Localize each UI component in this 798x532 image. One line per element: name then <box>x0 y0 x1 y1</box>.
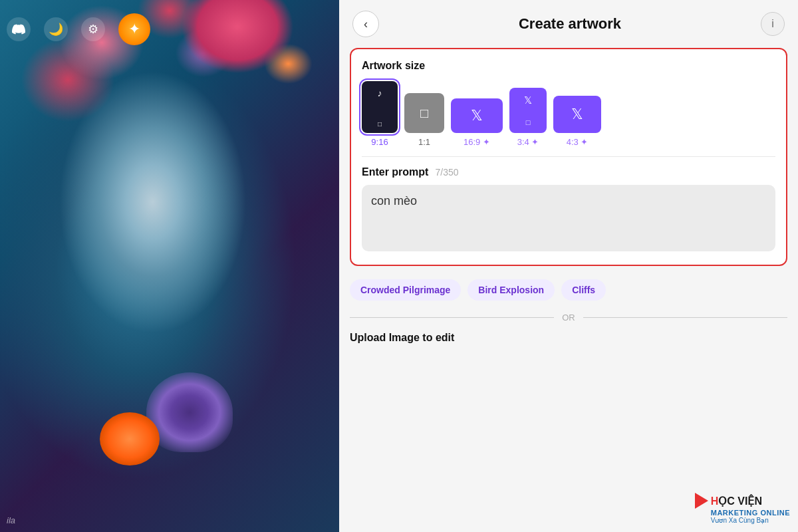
brand-watermark: HỌC VIỆN MARKETING ONLINE Vươn Xa Cùng B… <box>695 493 790 524</box>
sparkle-icon[interactable]: ✦ <box>118 13 150 45</box>
twitter-icon-43: 𝕏 <box>571 106 583 123</box>
flowers-decoration <box>0 0 339 532</box>
size-thumb-34: 𝕏 □ <box>509 88 547 133</box>
artwork-section-box: Artwork size ♪ □ 9:16 □ 1:1 <box>350 48 787 266</box>
main-content: Artwork size ♪ □ 9:16 □ 1:1 <box>339 48 798 532</box>
page-title: Create artwork <box>387 15 753 33</box>
twitter-icon-34-top: 𝕏 <box>524 94 532 106</box>
style-chips: Crowded Pilgrimage Bird Explosion Cliffs <box>350 277 787 303</box>
artwork-size-label: Artwork size <box>362 60 775 72</box>
orange-flower <box>100 412 160 466</box>
or-text: OR <box>562 313 575 323</box>
size-options: ♪ □ 9:16 □ 1:1 𝕏 16:9 <box>362 81 775 147</box>
size-label-43: 4:3 ✦ <box>567 137 589 147</box>
square-icon: □ <box>420 106 428 121</box>
prompt-label-row: Enter prompt 7/350 <box>362 166 775 178</box>
brand-name: HỌC VIỆN <box>711 495 762 507</box>
left-panel: 🌙 ⚙ ✦ ila <box>0 0 339 532</box>
discord-icon[interactable] <box>7 17 31 41</box>
size-thumb-916: ♪ □ <box>362 81 398 133</box>
style-chip-0[interactable]: Crowded Pilgrimage <box>350 279 461 301</box>
brand-top-row: HỌC VIỆN <box>695 493 762 509</box>
size-option-169[interactable]: 𝕏 16:9 ✦ <box>451 98 503 147</box>
brand-tagline: Vươn Xa Cùng Bạn <box>695 517 769 524</box>
header: ‹ Create artwork i <box>339 0 798 48</box>
info-button[interactable]: i <box>761 12 785 36</box>
gear-icon[interactable]: ⚙ <box>81 17 105 41</box>
back-button[interactable]: ‹ <box>352 11 379 37</box>
or-divider: OR <box>350 313 787 323</box>
right-panel: ‹ Create artwork i Artwork size ♪ □ 9:16 <box>339 0 798 532</box>
twitter-icon-169: 𝕏 <box>471 107 483 124</box>
size-label-11: 1:1 <box>418 137 430 147</box>
brand-play-icon <box>695 493 708 509</box>
style-chip-2[interactable]: Cliffs <box>561 279 606 301</box>
size-thumb-43: 𝕏 <box>553 96 601 133</box>
top-icons: 🌙 ⚙ ✦ <box>7 13 150 45</box>
section-divider <box>362 156 775 157</box>
tiktok-icon: ♪ <box>378 88 382 98</box>
brand-sub: MARKETING ONLINE <box>695 509 790 517</box>
insta-icon-small: □ <box>378 120 382 128</box>
size-option-43[interactable]: 𝕏 4:3 ✦ <box>553 96 601 147</box>
prompt-label: Enter prompt <box>362 166 428 178</box>
prompt-count: 7/350 <box>435 167 458 178</box>
upload-label: Upload Image to edit <box>350 332 787 344</box>
size-option-34[interactable]: 𝕏 □ 3:4 ✦ <box>509 88 547 147</box>
size-label-169: 16:9 ✦ <box>464 137 490 147</box>
prompt-textarea[interactable]: con mèo <box>362 185 775 251</box>
moon-icon[interactable]: 🌙 <box>44 17 68 41</box>
size-option-11[interactable]: □ 1:1 <box>404 93 444 147</box>
size-label-916: 9:16 <box>371 137 388 147</box>
style-chip-1[interactable]: Bird Explosion <box>467 279 555 301</box>
or-line-left <box>350 317 554 318</box>
size-thumb-11: □ <box>404 93 444 133</box>
left-watermark: ila <box>7 515 15 525</box>
insta-icon-34-bot: □ <box>526 118 531 126</box>
size-option-916[interactable]: ♪ □ 9:16 <box>362 81 398 147</box>
size-label-34: 3:4 ✦ <box>517 137 539 147</box>
size-thumb-169: 𝕏 <box>451 98 503 133</box>
or-line-right <box>583 317 787 318</box>
